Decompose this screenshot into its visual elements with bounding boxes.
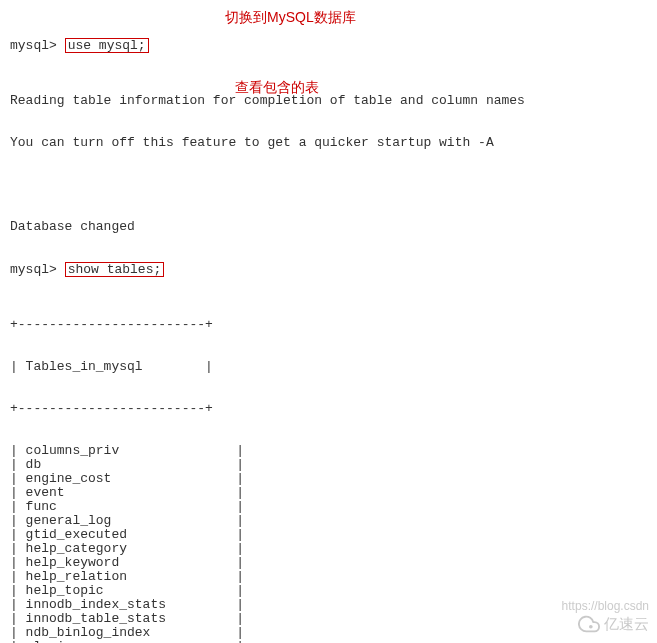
- output-msg-3: Database changed: [10, 220, 647, 234]
- watermark-logo: 亿速云: [578, 613, 649, 635]
- svg-point-0: [589, 625, 593, 629]
- table-row: | general_log |: [10, 514, 647, 528]
- table-row: | engine_cost |: [10, 472, 647, 486]
- table-row: | innodb_table_stats |: [10, 612, 647, 626]
- cloud-icon: [578, 613, 600, 635]
- mysql-prompt: mysql>: [10, 262, 57, 277]
- command-use-mysql: use mysql;: [65, 38, 149, 53]
- command-show-tables: show tables;: [65, 262, 165, 277]
- table-row: | help_category |: [10, 542, 647, 556]
- table-border-mid: +------------------------+: [10, 402, 647, 416]
- table-row: | columns_priv |: [10, 444, 647, 458]
- terminal-output: mysql> use mysql; 切换到MySQL数据库 Reading ta…: [10, 10, 647, 643]
- table-row: | help_keyword |: [10, 556, 647, 570]
- table-row: | help_relation |: [10, 570, 647, 584]
- table-row: | db |: [10, 458, 647, 472]
- table-border-top: +------------------------+: [10, 318, 647, 332]
- table-row: | gtid_executed |: [10, 528, 647, 542]
- annotation-switch-db: 切换到MySQL数据库: [225, 10, 356, 24]
- table-row: | innodb_index_stats |: [10, 598, 647, 612]
- mysql-prompt: mysql>: [10, 38, 57, 53]
- watermark-url: https://blog.csdn: [562, 599, 649, 613]
- output-msg-1: Reading table information for completion…: [10, 94, 647, 108]
- table-row: | func |: [10, 500, 647, 514]
- annotation-show-tables: 查看包含的表: [235, 80, 319, 94]
- table-rows-container: | columns_priv || db || engine_cost || e…: [10, 444, 647, 643]
- output-msg-2: You can turn off this feature to get a q…: [10, 136, 647, 150]
- watermark-text: 亿速云: [604, 617, 649, 631]
- table-row: | ndb_binlog_index |: [10, 626, 647, 640]
- table-header: | Tables_in_mysql |: [10, 360, 647, 374]
- table-row: | event |: [10, 486, 647, 500]
- table-row: | help_topic |: [10, 584, 647, 598]
